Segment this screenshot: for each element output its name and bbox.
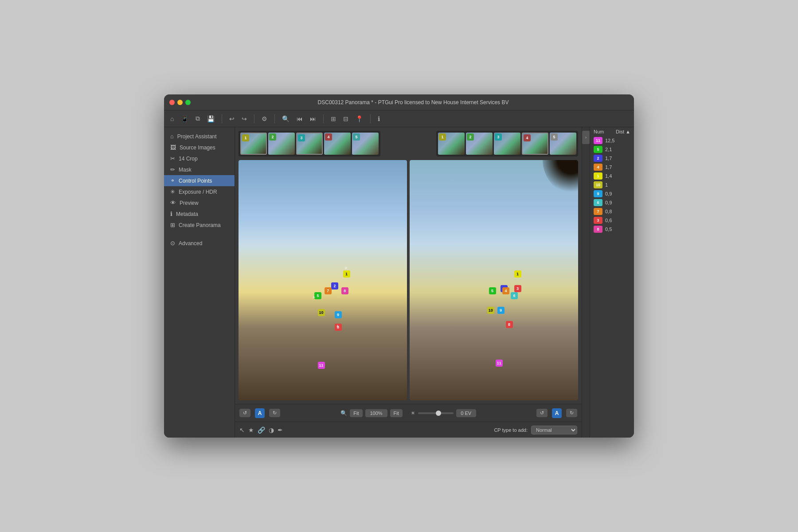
sidebar-item-source-images[interactable]: 🖼 Source Images: [164, 142, 235, 153]
zoom-fit-btn-right[interactable]: Fit: [390, 409, 403, 417]
cp-left-11[interactable]: 11: [318, 362, 325, 369]
cp-left-9[interactable]: 9: [335, 311, 342, 318]
close-button[interactable]: [169, 100, 175, 105]
link-icon[interactable]: 🔗: [258, 426, 265, 434]
thumb-right-num-4: 4: [524, 134, 531, 141]
thumb-right-3[interactable]: 3: [494, 133, 520, 155]
redo-icon[interactable]: ↪: [240, 114, 249, 123]
mobile-icon[interactable]: 📱: [179, 114, 190, 123]
right-panel: Num Dist ▲ 11 12,5 5 2,1 2 1,7 4 1,7 1 1…: [590, 127, 634, 438]
exposure-slider[interactable]: [418, 412, 454, 414]
save-icon[interactable]: 💾: [205, 114, 216, 123]
bottom-tools: ↖ ★ 🔗 ◑ ✒ CP type to add: Normal Horizon…: [235, 422, 582, 438]
cp-right-1[interactable]: 1: [514, 270, 521, 278]
viewer-left[interactable]: 1 2 8 7 5 10 9 8 11 + + +: [239, 160, 407, 400]
dist-badge: 6: [594, 199, 602, 206]
viewer-right-bg: [410, 160, 578, 400]
dist-row[interactable]: 3 0,6: [590, 216, 634, 225]
cp-right-5[interactable]: 5: [489, 287, 496, 294]
contrast-icon[interactable]: ◑: [269, 426, 274, 434]
sidebar-item-metadata[interactable]: ℹ Metadata: [164, 208, 235, 219]
brush-icon[interactable]: ✒: [278, 426, 283, 434]
zoom-fit-btn-left[interactable]: Fit: [350, 409, 362, 417]
dist-row[interactable]: 10 1: [590, 180, 634, 189]
pointer-icon[interactable]: ↖: [239, 426, 245, 434]
sidebar-item-crop[interactable]: ✂ 14 Crop: [164, 153, 235, 164]
sidebar-item-mask[interactable]: ✏ Mask: [164, 164, 235, 175]
sidebar-item-preview[interactable]: 👁 Preview: [164, 197, 235, 208]
app-window: DSC00312 Panorama * - PTGui Pro licensed…: [164, 94, 634, 438]
collapse-panel: ›: [582, 127, 590, 438]
pin-icon[interactable]: 📍: [354, 114, 365, 123]
letter-a-btn-left[interactable]: A: [255, 408, 265, 418]
cp-right-11[interactable]: 11: [496, 360, 503, 367]
cp-left-10[interactable]: 10: [318, 309, 325, 316]
sidebar-item-project-assistant[interactable]: ⌂ Project Assistant: [164, 131, 235, 142]
collapse-btn[interactable]: ›: [582, 131, 590, 144]
dist-value: 1: [605, 182, 608, 188]
thumb-left-4[interactable]: 4: [324, 133, 351, 155]
grid-icon[interactable]: ⊞: [329, 114, 338, 123]
thumb-right-2[interactable]: 2: [466, 133, 493, 155]
dist-row[interactable]: 8 0,5: [590, 225, 634, 234]
dist-row[interactable]: 7 0,8: [590, 207, 634, 216]
dist-row[interactable]: 2 1,7: [590, 154, 634, 163]
thumb-right-5[interactable]: 5: [550, 133, 576, 155]
cp-right-8[interactable]: 8: [506, 321, 513, 328]
cp-left-1[interactable]: 1: [343, 270, 350, 278]
dist-header: Num Dist ▲: [590, 127, 634, 136]
thumb-left-5[interactable]: 5: [352, 133, 379, 155]
sidebar-item-exposure[interactable]: ✳ Exposure / HDR: [164, 186, 235, 197]
home-icon[interactable]: ⌂: [168, 114, 176, 123]
sidebar-item-create-panorama[interactable]: ⊞ Create Panorama: [164, 219, 235, 231]
cp-left-7[interactable]: 7: [325, 287, 332, 294]
rotate-ccw-btn[interactable]: ↺: [239, 409, 250, 417]
rotate-cw-btn-right[interactable]: ↻: [566, 409, 577, 417]
minimize-button[interactable]: [177, 100, 183, 105]
cp-type-select[interactable]: Normal Horizontal line Vertical line T-i…: [531, 426, 577, 434]
rotate-ccw-btn-right[interactable]: ↺: [536, 409, 548, 417]
cp-right-3[interactable]: 3: [514, 285, 521, 292]
dist-row[interactable]: 1 1,4: [590, 172, 634, 180]
list-icon[interactable]: ⊟: [341, 114, 350, 123]
sidebar-item-advanced[interactable]: ⊙ Advanced: [164, 238, 235, 249]
viewer-right[interactable]: 1 2 3 5 4 6 9 10 8 11: [410, 160, 578, 400]
copy-icon[interactable]: ⧉: [194, 114, 202, 123]
dist-value: 1,7: [605, 164, 612, 170]
separator-2: [254, 114, 254, 123]
thumb-right-1[interactable]: 1: [438, 133, 465, 155]
thumb-right-4[interactable]: 4: [522, 133, 548, 155]
zoom-100-input[interactable]: [365, 409, 387, 417]
cp-left-5[interactable]: 5: [314, 292, 321, 299]
cp-right-9[interactable]: 9: [497, 307, 505, 314]
ev-input[interactable]: [456, 409, 476, 417]
cp-right-4[interactable]: 4: [502, 287, 509, 294]
dist-row[interactable]: 4 1,7: [590, 163, 634, 172]
cp-right-6[interactable]: 6: [511, 292, 518, 299]
info-icon[interactable]: ℹ: [376, 114, 382, 123]
dist-row[interactable]: 11 12,5: [590, 136, 634, 145]
cp-left-8a[interactable]: 8: [341, 287, 348, 294]
dist-value: 12,5: [605, 138, 614, 143]
letter-a-btn-right[interactable]: A: [552, 408, 562, 418]
sidebar-item-control-points[interactable]: ⚬ Control Points: [164, 175, 235, 186]
rewind-icon[interactable]: ⏮: [295, 114, 305, 123]
dist-row[interactable]: 9 0,9: [590, 189, 634, 198]
cp-left-2[interactable]: 2: [331, 282, 338, 289]
star-icon[interactable]: ★: [248, 426, 254, 434]
dist-row[interactable]: 5 2,1: [590, 145, 634, 154]
forward-icon[interactable]: ⏭: [308, 114, 318, 123]
rotate-cw-btn[interactable]: ↻: [269, 409, 280, 417]
thumb-left-3[interactable]: 3: [296, 133, 323, 155]
fullscreen-button[interactable]: [185, 100, 191, 105]
thumb-left-1[interactable]: 1: [240, 133, 267, 155]
dist-row[interactable]: 6 0,9: [590, 198, 634, 207]
undo-icon[interactable]: ↩: [227, 114, 236, 123]
thumb-right-num-5: 5: [551, 133, 558, 141]
thumb-left-2[interactable]: 2: [268, 133, 295, 155]
cp-right-10[interactable]: 10: [487, 307, 494, 314]
crop-icon: ✂: [170, 155, 175, 162]
settings-icon[interactable]: ⚙: [260, 114, 269, 123]
search-icon[interactable]: 🔍: [280, 114, 291, 123]
sidebar-label-control-points: Control Points: [179, 178, 212, 184]
